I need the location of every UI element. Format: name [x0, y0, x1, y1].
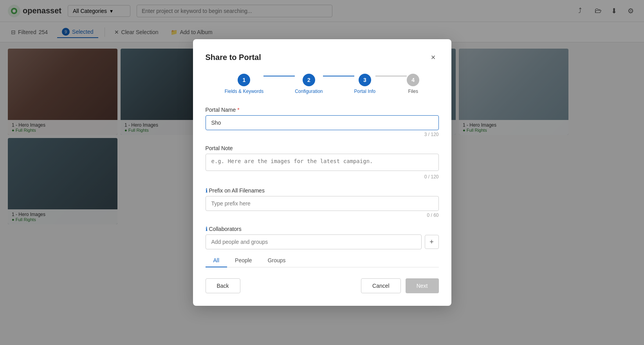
- portal-name-group: Portal Name * 3 / 120: [206, 107, 439, 137]
- step-3-label: Portal Info: [354, 89, 376, 94]
- next-button[interactable]: Next: [406, 278, 439, 293]
- modal-title: Share to Portal: [206, 53, 261, 62]
- collaborators-label: ℹ Collaborators: [206, 226, 439, 232]
- modal-header: Share to Portal ×: [206, 52, 439, 63]
- step-2-circle: 2: [303, 74, 315, 86]
- required-star: *: [237, 107, 239, 113]
- portal-note-group: Portal Note 0 / 120: [206, 145, 439, 180]
- app-shell: openasset All Categories ▾ ⤴ 🗁 ⬇ ⚙ ⊟ Fil…: [0, 0, 644, 345]
- tab-all[interactable]: All: [206, 254, 227, 267]
- tab-people[interactable]: People: [227, 254, 260, 267]
- back-button[interactable]: Back: [206, 278, 240, 293]
- collaborators-row: +: [206, 234, 439, 249]
- prefix-group: ℹ Prefix on All Filenames 0 / 60: [206, 187, 439, 218]
- modal-overlay: Share to Portal × 1 Fields & Keywords 2 …: [0, 0, 644, 345]
- step-connector-1: [263, 76, 295, 76]
- step-2: 2 Configuration: [295, 74, 323, 94]
- step-3-circle: 3: [359, 74, 371, 86]
- portal-note-char-count: 0 / 120: [206, 174, 439, 180]
- portal-note-input[interactable]: [206, 154, 439, 171]
- step-2-number: 2: [307, 77, 310, 83]
- step-4: 4 Files: [407, 74, 419, 94]
- step-connector-2: [323, 76, 354, 76]
- portal-note-label: Portal Note: [206, 145, 439, 151]
- share-to-portal-modal: Share to Portal × 1 Fields & Keywords 2 …: [193, 39, 451, 306]
- prefix-input[interactable]: [206, 196, 439, 211]
- step-1-label: Fields & Keywords: [225, 89, 263, 94]
- add-collaborator-button[interactable]: +: [425, 235, 439, 249]
- cancel-button[interactable]: Cancel: [361, 278, 401, 293]
- step-3-number: 3: [363, 77, 366, 83]
- step-2-label: Configuration: [295, 89, 323, 94]
- portal-name-char-count: 3 / 120: [206, 132, 439, 137]
- step-3: 3 Portal Info: [354, 74, 376, 94]
- step-4-circle: 4: [407, 74, 419, 86]
- stepper: 1 Fields & Keywords 2 Configuration 3: [206, 74, 439, 94]
- collaborators-info-icon[interactable]: ℹ: [206, 226, 207, 232]
- portal-name-input[interactable]: [206, 115, 439, 130]
- collaborators-input[interactable]: [206, 234, 422, 249]
- collaborator-tabs: All People Groups: [206, 254, 439, 267]
- prefix-info-icon[interactable]: ℹ: [206, 187, 207, 194]
- step-1-number: 1: [243, 77, 246, 83]
- footer-btn-group: Cancel Next: [361, 278, 438, 293]
- modal-footer: Back Cancel Next: [206, 278, 439, 293]
- collaborators-group: ℹ Collaborators + All People: [206, 226, 439, 267]
- step-connector-3: [375, 76, 407, 76]
- modal-close-button[interactable]: ×: [428, 52, 439, 63]
- step-1: 1 Fields & Keywords: [225, 74, 263, 94]
- portal-name-label: Portal Name *: [206, 107, 439, 113]
- prefix-char-count: 0 / 60: [206, 212, 439, 218]
- step-4-number: 4: [411, 77, 415, 83]
- step-4-label: Files: [408, 89, 418, 94]
- prefix-label: ℹ Prefix on All Filenames: [206, 187, 439, 194]
- tab-groups[interactable]: Groups: [260, 254, 294, 267]
- step-1-circle: 1: [238, 74, 250, 86]
